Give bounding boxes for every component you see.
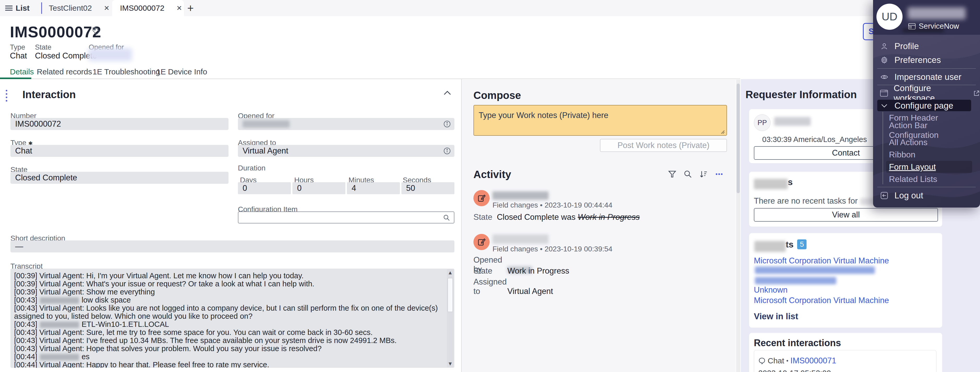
menu-item-configure-page[interactable]: Configure page: [873, 99, 980, 113]
view-all-button[interactable]: View all: [754, 208, 938, 222]
work-notes-placeholder: Type your Work notes (Private) here: [479, 111, 608, 120]
recent-interactions-title: Recent interactions: [754, 337, 841, 348]
activity-user-redacted: [493, 235, 549, 244]
work-notes-input[interactable]: Type your Work notes (Private) here: [473, 105, 727, 136]
chat-icon: [758, 357, 765, 364]
submenu-item-related-lists[interactable]: Related Lists: [889, 173, 975, 185]
more-options-icon[interactable]: [715, 170, 724, 179]
search-icon[interactable]: [443, 214, 450, 221]
gear-icon: [880, 56, 889, 64]
tab-1e-troubleshooting[interactable]: 1E Troubleshooting: [92, 67, 160, 76]
tag-icon[interactable]: [92, 27, 101, 35]
submenu-tree-line: [883, 112, 883, 184]
transcript-line: [00:43] Virtual Agent: Hope that solves …: [14, 345, 444, 353]
menu-divider: [877, 187, 976, 187]
scrollbar-thumb[interactable]: [448, 278, 453, 312]
submenu-item-form-layout[interactable]: Form Layout: [889, 161, 975, 173]
transcript-line: [00:43] Virtual Agent: Sure, let me try …: [14, 329, 444, 337]
header-state-value: Closed Complete: [35, 51, 97, 61]
submenu-item-action-bar-configuration[interactable]: Action Bar Configuration: [889, 124, 975, 136]
drag-handle-icon[interactable]: [6, 90, 7, 102]
interaction-link[interactable]: IMS0000071: [791, 356, 836, 366]
post-work-notes-button[interactable]: Post Work notes (Private): [600, 139, 727, 152]
interaction-item[interactable]: Chat • IMS0000071 2023-10-17 05:52:00: [754, 350, 936, 372]
list-tab[interactable]: List: [5, 0, 29, 16]
requester-local-time: 03:30:39 America/Los_Angeles: [762, 135, 867, 144]
type-field[interactable]: Chat: [10, 145, 229, 157]
configuration-item-field[interactable]: [238, 211, 454, 224]
duration-label: Duration: [238, 164, 266, 172]
duration-hours-field[interactable]: 0: [293, 182, 345, 194]
list-icon: [5, 5, 13, 11]
add-tab-button[interactable]: +: [187, 2, 194, 14]
requester-avatar: PP: [754, 114, 770, 131]
activity-avatar: [473, 190, 490, 206]
person-icon: [880, 42, 889, 50]
collapse-chevron-icon[interactable]: [444, 90, 451, 96]
menu-item-log-out[interactable]: Log out: [873, 188, 980, 203]
duration-seconds-field[interactable]: 50: [401, 182, 454, 194]
tab-details[interactable]: Details: [10, 67, 34, 76]
search-icon[interactable]: [683, 170, 692, 179]
tab-related-records[interactable]: Related records: [37, 67, 92, 76]
transcript-line: [00:43]low disk space: [14, 296, 444, 304]
requester-name-redacted: [774, 117, 811, 126]
scrollbar-thumb[interactable]: [737, 83, 740, 193]
close-icon[interactable]: ✕: [177, 4, 182, 12]
tab-label: IMS0000072: [120, 4, 164, 13]
eye-icon: [880, 73, 889, 81]
user-subtitle-redacted: [902, 28, 944, 32]
menu-item-profile[interactable]: Profile: [873, 39, 980, 53]
tab-testclient02[interactable]: TestClient02 ✕: [49, 0, 110, 16]
recent-interactions-card: Recent interactions Chat • IMS0000071 20…: [749, 333, 942, 372]
opened-for-field[interactable]: [238, 118, 454, 130]
activity-meta: Field changes • 2023-10-19 00:44:44: [493, 201, 612, 209]
asset-link-redacted[interactable]: [755, 267, 875, 274]
short-description-field[interactable]: —: [10, 240, 454, 252]
transcript-line: [00:39] Virtual Agent: What's your issue…: [14, 280, 444, 288]
sort-icon[interactable]: [699, 170, 708, 179]
user-avatar: UD: [877, 4, 902, 30]
tab-divider: [41, 2, 42, 14]
info-icon[interactable]: [444, 120, 451, 128]
close-icon[interactable]: ✕: [104, 4, 110, 12]
duration-minutes-field[interactable]: 4: [347, 182, 400, 194]
list-tab-label: List: [16, 4, 29, 13]
asset-link[interactable]: Unknown: [754, 285, 788, 295]
assets-card: ts5 Microsoft Corporation Virtual Machin…: [749, 233, 942, 327]
submenu-item-all-actions[interactable]: All Actions: [889, 136, 975, 148]
tab-ims0000072[interactable]: IMS0000072 ✕: [112, 0, 184, 16]
activity-avatar: [473, 234, 490, 250]
assets-count-badge: 5: [797, 239, 807, 249]
duration-days-field[interactable]: 0: [238, 182, 291, 194]
no-tasks-text: There are no recent tasks for: [754, 196, 876, 206]
scroll-down-icon[interactable]: ▼: [447, 361, 453, 367]
menu-item-configure-workspace[interactable]: Configure workspace: [873, 86, 980, 100]
transcript-text: [00:39] Virtual Agent: Hi, I'm your Virt…: [14, 272, 444, 368]
asset-link-redacted[interactable]: [755, 277, 836, 284]
logout-icon: [880, 192, 889, 200]
assigned-to-field[interactable]: Virtual Agent: [238, 145, 454, 157]
activity-title: Activity: [473, 169, 511, 180]
record-tab-strip: Details Related records 1E Troubleshooti…: [0, 65, 740, 79]
submenu-item-ribbon[interactable]: Ribbon: [889, 148, 975, 161]
form-section-title: Interaction: [22, 89, 76, 101]
state-field[interactable]: Closed Complete: [10, 172, 229, 184]
tab-1e-device-info[interactable]: 1E Device Info: [156, 67, 207, 76]
menu-item-impersonate-user[interactable]: Impersonate user: [873, 70, 980, 84]
transcript-scrollbar[interactable]: ▲ ▼: [447, 269, 453, 367]
scroll-up-icon[interactable]: ▲: [447, 270, 453, 276]
active-tab-underline: [0, 78, 31, 79]
view-in-list-link[interactable]: View in list: [754, 311, 798, 321]
menu-item-preferences[interactable]: Preferences: [873, 53, 980, 67]
servicenow-workspace: List TestClient02 ✕ IMS0000072 ✕ + IMS00…: [0, 0, 980, 372]
transcript-field[interactable]: [00:39] Virtual Agent: Hi, I'm your Virt…: [10, 268, 454, 368]
asset-link[interactable]: Microsoft Corporation Virtual Machine: [754, 256, 889, 265]
asset-link[interactable]: Microsoft Corporation Virtual Machine: [754, 296, 889, 305]
filter-icon[interactable]: [668, 170, 677, 179]
resize-handle[interactable]: [720, 129, 725, 134]
number-field[interactable]: IMS0000072: [10, 118, 229, 130]
info-icon[interactable]: [444, 147, 451, 155]
header-type-label: Type: [10, 43, 25, 51]
transcript-line: [00:43]ETL-Win10-1.ETL.LOCAL: [14, 320, 444, 329]
